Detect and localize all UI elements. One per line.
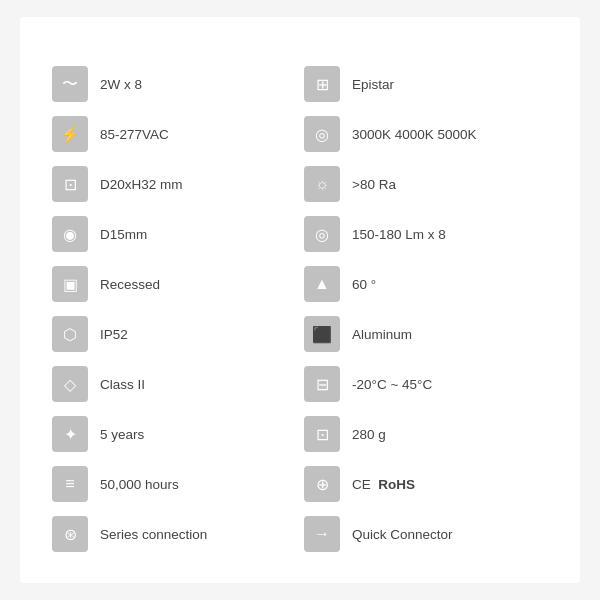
spec-text-water: IP52 xyxy=(100,327,128,342)
class-icon: ◇ xyxy=(52,366,88,402)
spec-text-cert: CE RoHS xyxy=(352,477,415,492)
warranty-icon: ✦ xyxy=(52,416,88,452)
voltage-icon: ⚡ xyxy=(52,116,88,152)
spec-text-connector: Quick Connector xyxy=(352,527,453,542)
spec-item-cert: ⊕CE RoHS xyxy=(300,459,552,509)
specs-col-right: ⊞Epistar◎3000K 4000K 5000K☼>80 Ra◎150-18… xyxy=(300,59,552,559)
spec-item-chip: ⊞Epistar xyxy=(300,59,552,109)
beam-angle-icon: ◉ xyxy=(52,216,88,252)
spec-text-class: Class II xyxy=(100,377,145,392)
spec-text-hours: 50,000 hours xyxy=(100,477,179,492)
cct-icon: ◎ xyxy=(304,116,340,152)
connector-icon: → xyxy=(304,516,340,552)
lifetime-icon: ≡ xyxy=(52,466,88,502)
series-icon: ⊛ xyxy=(52,516,88,552)
dimension-icon: ⊡ xyxy=(52,166,88,202)
spec-text-lumen: 150-180 Lm x 8 xyxy=(352,227,446,242)
specs-grid: 〜2W x 8⚡85-277VAC⊡D20xH32 mm◉D15mm▣Reces… xyxy=(48,59,552,559)
spec-item-series: ⊛Series connection xyxy=(48,509,300,559)
spec-text-weight: 280 g xyxy=(352,427,386,442)
spec-text-temprange: -20°C ~ 45°C xyxy=(352,377,432,392)
spec-item-material: ⬛Aluminum xyxy=(300,309,552,359)
spec-text-wave: 2W x 8 xyxy=(100,77,142,92)
spec-text-bolt: 85-277VAC xyxy=(100,127,169,142)
spec-item-warranty: ✦5 years xyxy=(48,409,300,459)
waveform-icon: 〜 xyxy=(52,66,88,102)
spec-item-recessed: ▣Recessed xyxy=(48,259,300,309)
spec-item-hours: ≡50,000 hours xyxy=(48,459,300,509)
spec-text-warranty: 5 years xyxy=(100,427,144,442)
spec-item-tempcolor: ◎3000K 4000K 5000K xyxy=(300,109,552,159)
spec-item-angle: ▲60 ° xyxy=(300,259,552,309)
cri-icon: ☼ xyxy=(304,166,340,202)
spec-text-ruler: D20xH32 mm xyxy=(100,177,183,192)
spec-text-tempcolor: 3000K 4000K 5000K xyxy=(352,127,477,142)
spec-item-lumen: ◎150-180 Lm x 8 xyxy=(300,209,552,259)
spec-item-connector: →Quick Connector xyxy=(300,509,552,559)
product-card: 〜2W x 8⚡85-277VAC⊡D20xH32 mm◉D15mm▣Reces… xyxy=(20,17,580,583)
recessed-icon: ▣ xyxy=(52,266,88,302)
spec-text-cri: >80 Ra xyxy=(352,177,396,192)
spec-text-material: Aluminum xyxy=(352,327,412,342)
spec-item-weight: ⊡280 g xyxy=(300,409,552,459)
certification-icon: ⊕ xyxy=(304,466,340,502)
spec-item-beam: ◉D15mm xyxy=(48,209,300,259)
material-icon: ⬛ xyxy=(304,316,340,352)
spec-item-class: ◇Class II xyxy=(48,359,300,409)
temp-range-icon: ⊟ xyxy=(304,366,340,402)
spec-text-beam: D15mm xyxy=(100,227,147,242)
ip-rating-icon: ⬡ xyxy=(52,316,88,352)
specs-col-left: 〜2W x 8⚡85-277VAC⊡D20xH32 mm◉D15mm▣Reces… xyxy=(48,59,300,559)
spec-text-chip: Epistar xyxy=(352,77,394,92)
spec-item-temprange: ⊟-20°C ~ 45°C xyxy=(300,359,552,409)
spec-item-water: ⬡IP52 xyxy=(48,309,300,359)
spec-item-wave: 〜2W x 8 xyxy=(48,59,300,109)
weight-icon: ⊡ xyxy=(304,416,340,452)
led-chip-icon: ⊞ xyxy=(304,66,340,102)
spec-text-angle: 60 ° xyxy=(352,277,376,292)
spec-text-series: Series connection xyxy=(100,527,207,542)
lumen-icon: ◎ xyxy=(304,216,340,252)
spec-text-recessed: Recessed xyxy=(100,277,160,292)
beam-icon: ▲ xyxy=(304,266,340,302)
spec-item-cri: ☼>80 Ra xyxy=(300,159,552,209)
spec-item-bolt: ⚡85-277VAC xyxy=(48,109,300,159)
spec-item-ruler: ⊡D20xH32 mm xyxy=(48,159,300,209)
